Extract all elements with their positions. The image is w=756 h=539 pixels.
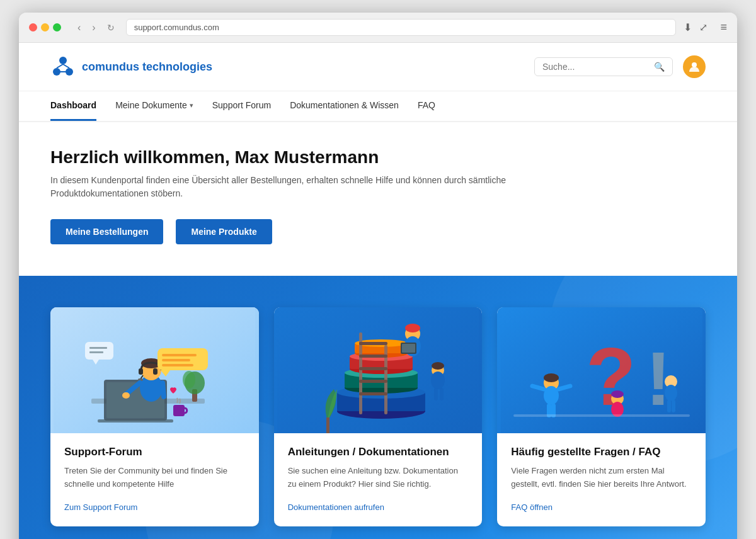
svg-rect-78 <box>513 414 690 417</box>
card-docs: Anleitungen / Dokumentationen Sie suchen… <box>274 307 483 526</box>
dot-maximize[interactable] <box>53 23 61 31</box>
search-input[interactable] <box>542 62 649 72</box>
blue-section: Support-Forum Treten Sie der Community b… <box>19 276 737 539</box>
hero-subtitle: In diesem Kundenportal finden eine Übers… <box>50 174 554 200</box>
svg-rect-30 <box>89 351 103 353</box>
svg-rect-16 <box>153 368 158 375</box>
meine-produkte-button[interactable]: Meine Produkte <box>176 219 272 244</box>
card-support-link[interactable]: Zum Support Forum <box>64 502 137 512</box>
card-faq-link[interactable]: FAQ öffnen <box>511 502 553 512</box>
svg-point-0 <box>59 57 67 64</box>
card-docs-title: Anleitungen / Dokumentationen <box>288 446 469 458</box>
svg-rect-29 <box>89 347 107 349</box>
card-faq-title: Häufig gestellte Fragen / FAQ <box>511 446 692 458</box>
svg-point-73 <box>611 390 624 398</box>
svg-rect-49 <box>359 367 387 370</box>
forward-button[interactable]: › <box>88 21 99 35</box>
svg-rect-25 <box>162 359 190 361</box>
address-bar[interactable] <box>126 19 677 36</box>
svg-line-4 <box>63 64 69 68</box>
card-faq: ? ! <box>497 307 706 526</box>
svg-point-58 <box>431 372 445 389</box>
dot-close[interactable] <box>29 23 37 31</box>
nav-dokumentationen[interactable]: Dokumentationen & Wissen <box>290 91 399 121</box>
svg-rect-77 <box>672 400 675 412</box>
card-support-image <box>50 307 259 433</box>
svg-line-3 <box>57 64 63 68</box>
svg-rect-62 <box>326 417 329 433</box>
svg-point-21 <box>183 371 195 389</box>
website-content: comundus technologies 🔍 Dashboard Me <box>19 43 737 539</box>
browser-toolbar: ‹ › ↻ ⬇ ⤢ ≡ <box>19 13 737 43</box>
browser-dots <box>29 23 61 31</box>
card-support-title: Support-Forum <box>64 446 245 458</box>
svg-rect-26 <box>162 364 193 366</box>
svg-point-18 <box>122 392 130 399</box>
nav-faq[interactable]: FAQ <box>418 91 435 121</box>
svg-point-67 <box>544 386 559 405</box>
back-button[interactable]: ‹ <box>74 21 84 35</box>
svg-point-59 <box>432 362 444 370</box>
card-support-body: Support-Forum Treten Sie der Community b… <box>50 433 259 526</box>
nav-dashboard[interactable]: Dashboard <box>50 91 96 121</box>
reload-button[interactable]: ↻ <box>103 21 118 35</box>
svg-rect-27 <box>85 342 113 360</box>
logo[interactable]: comundus technologies <box>50 54 212 79</box>
card-support: Support-Forum Treten Sie der Community b… <box>50 307 259 526</box>
meine-bestellungen-button[interactable]: Meine Bestellungen <box>50 219 163 244</box>
svg-rect-24 <box>162 354 197 356</box>
hero-buttons: Meine Bestellungen Meine Produkte <box>50 219 706 244</box>
card-faq-image: ? ! <box>497 307 706 433</box>
browser-nav: ‹ › ↻ <box>74 21 118 35</box>
svg-point-6 <box>692 62 697 67</box>
svg-rect-76 <box>667 400 671 412</box>
card-faq-desc: Viele Fragen werden nicht zum ersten Mal… <box>511 465 692 491</box>
svg-rect-11 <box>98 419 173 423</box>
search-bar: 🔍 <box>534 57 673 76</box>
svg-rect-31 <box>173 405 185 416</box>
download-button[interactable]: ⬇ <box>684 21 692 33</box>
svg-rect-48 <box>359 355 387 358</box>
expand-button[interactable]: ⤢ <box>699 21 707 33</box>
svg-rect-60 <box>434 388 438 400</box>
svg-rect-15 <box>139 368 143 375</box>
card-faq-body: Häufig gestellte Fragen / FAQ Viele Frag… <box>497 433 706 526</box>
user-avatar[interactable] <box>683 55 706 78</box>
card-docs-body: Anleitungen / Dokumentationen Sie suchen… <box>274 433 483 526</box>
dot-minimize[interactable] <box>41 23 49 31</box>
card-docs-image <box>274 307 483 433</box>
cards-grid: Support-Forum Treten Sie der Community b… <box>50 307 706 526</box>
svg-rect-56 <box>402 344 415 353</box>
hero-title: Herzlich willkommen, Max Mustermann <box>50 147 706 167</box>
svg-point-54 <box>405 324 420 332</box>
svg-rect-47 <box>359 342 387 345</box>
card-docs-link[interactable]: Dokumentationen aufrufen <box>288 502 384 512</box>
site-header: comundus technologies 🔍 <box>19 43 737 91</box>
hero-section: Herzlich willkommen, Max Mustermann In d… <box>19 122 737 276</box>
svg-rect-51 <box>359 392 387 395</box>
logo-icon <box>50 54 76 79</box>
browser-menu-button[interactable]: ≡ <box>720 21 727 34</box>
card-support-desc: Treten Sie der Community bei und finden … <box>64 465 245 491</box>
card-docs-desc: Sie suchen eine Anleitung bzw. Dokumenta… <box>288 465 469 491</box>
svg-point-75 <box>665 385 677 401</box>
logo-text: comundus technologies <box>82 60 212 74</box>
nav-meine-dokumente[interactable]: Meine Dokumente ▾ <box>115 91 193 121</box>
search-icon: 🔍 <box>654 62 665 72</box>
svg-text:?: ? <box>586 331 636 423</box>
svg-rect-50 <box>359 380 387 383</box>
svg-point-68 <box>544 373 559 382</box>
site-nav: Dashboard Meine Dokumente ▾ Support Foru… <box>19 91 737 122</box>
nav-support-forum[interactable]: Support Forum <box>212 91 271 121</box>
svg-rect-61 <box>440 388 444 400</box>
chevron-down-icon: ▾ <box>190 101 193 110</box>
